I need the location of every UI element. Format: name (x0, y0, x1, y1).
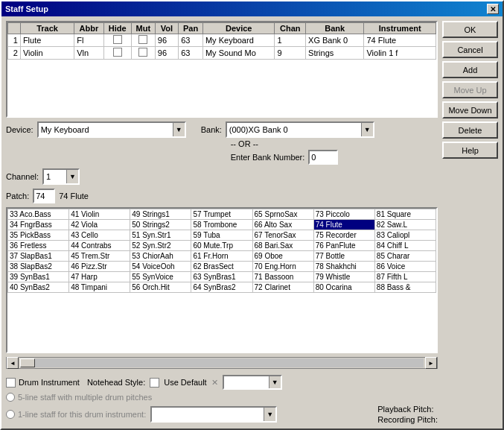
device-select[interactable]: My Keyboard ▼ (37, 121, 186, 138)
instrument-cell[interactable]: 66 Alto Sax (252, 220, 313, 230)
instrument-cell[interactable]: 41 Violin (69, 209, 130, 220)
radio-5line-circle[interactable] (6, 393, 15, 402)
scroll-left-btn[interactable]: ◄ (7, 357, 19, 369)
bank-number-input[interactable] (308, 150, 338, 165)
instrument-cell[interactable]: 73 Piccolo (313, 209, 374, 220)
row-chan: 1 (275, 34, 306, 47)
instrument-cell[interactable]: 33 Aco.Bass (8, 209, 69, 220)
instrument-cell[interactable]: 55 SynVoice (130, 272, 191, 282)
instrument-cell[interactable]: 42 Viola (69, 220, 130, 230)
bank-select[interactable]: (000)XG Bank 0 ▼ (226, 121, 374, 138)
instrument-cell[interactable]: 60 Mute.Trp (191, 241, 252, 251)
staff-setup-window: Staff Setup ✕ Track Abbr Hide Mut Vol (0, 0, 504, 430)
drum-instrument-dropdown-arrow[interactable]: ▼ (264, 408, 275, 421)
instrument-cell[interactable]: 40 SynBas2 (8, 282, 69, 293)
row-hide[interactable] (103, 47, 131, 60)
instrument-cell[interactable]: 67 TenorSax (252, 230, 313, 241)
instrument-cell[interactable]: 85 Charar (374, 251, 436, 262)
instrument-cell[interactable]: 44 Contrabs (69, 241, 130, 251)
instrument-cell[interactable]: 69 Oboe (252, 251, 313, 262)
instrument-cell[interactable]: 86 Voice (374, 262, 436, 272)
row-mut[interactable] (131, 47, 155, 60)
instrument-cell[interactable]: 57 Trumpet (191, 209, 252, 220)
instrument-cell[interactable]: 34 FngrBass (8, 220, 69, 230)
drum-instrument-checkbox[interactable] (6, 378, 16, 388)
bank-dropdown-arrow[interactable]: ▼ (361, 123, 373, 136)
horizontal-scrollbar[interactable]: ◄ ► (6, 357, 438, 369)
instrument-cell[interactable]: 53 ChiorAah (130, 251, 191, 262)
instrument-cell[interactable]: 37 SlapBas1 (8, 251, 69, 262)
row-pan: 63 (179, 34, 203, 47)
instrument-cell[interactable]: 81 Square (374, 209, 436, 220)
instrument-cell[interactable]: 84 Chiff L (374, 241, 436, 251)
drum-instrument-select[interactable]: ▼ (150, 406, 277, 423)
cancel-button[interactable]: Cancel (442, 41, 498, 58)
instrument-cell[interactable]: 83 Caliopl (374, 230, 436, 241)
instrument-cell[interactable]: 36 Fretless (8, 241, 69, 251)
patch-number-input[interactable] (33, 189, 55, 203)
channel-select[interactable]: 1 ▼ (42, 168, 80, 185)
instrument-cell[interactable]: 74 Flute (313, 220, 374, 230)
drum-instrument-label: Drum Instrument (19, 378, 80, 387)
delete-button[interactable]: Delete (442, 121, 498, 139)
row-vol: 96 (155, 47, 178, 60)
channel-dropdown-arrow[interactable]: ▼ (66, 170, 78, 183)
instrument-cell[interactable]: 80 Ocarina (313, 282, 374, 293)
radio-5line-option[interactable]: 5-line staff with multiple drum pitches (6, 393, 152, 402)
move-up-button[interactable]: Move Up (442, 81, 498, 98)
instrument-cell[interactable]: 75 Recorder (313, 230, 374, 241)
row-hide[interactable] (103, 34, 131, 47)
scroll-thumb[interactable] (20, 358, 35, 367)
instrument-cell[interactable]: 87 Fifth L (374, 272, 436, 282)
instrument-cell[interactable]: 39 SynBas1 (8, 272, 69, 282)
instrument-cell[interactable]: 35 PickBass (8, 230, 69, 241)
add-button[interactable]: Add (442, 61, 498, 78)
row-mut[interactable] (131, 34, 155, 47)
instrument-cell[interactable]: 48 Timpani (69, 282, 130, 293)
instrument-cell[interactable]: 45 Trem.Str (69, 251, 130, 262)
instrument-cell[interactable]: 38 SlapBas2 (8, 262, 69, 272)
ok-button[interactable]: OK (442, 21, 498, 38)
use-default-label: Use Default (164, 378, 206, 387)
instrument-cell[interactable]: 58 Trombone (191, 220, 252, 230)
instrument-cell[interactable]: 72 Clarinet (252, 282, 313, 293)
help-button[interactable]: Help (442, 142, 498, 159)
instrument-cell[interactable]: 88 Bass & (374, 282, 436, 293)
instrument-cell[interactable]: 46 Pizz.Str (69, 262, 130, 272)
radio-1line-option[interactable]: 1-line staff for this drum instrument: (6, 410, 146, 419)
notehead-style-select[interactable]: ▼ (223, 375, 282, 390)
table-row[interactable]: 2 Violin Vln 96 63 My Sound Mo 9 Strings… (8, 47, 436, 60)
instrument-cell[interactable]: 62 BrasSect (191, 262, 252, 272)
instrument-cell[interactable]: 82 Saw.L (374, 220, 436, 230)
radio-1line-circle[interactable] (6, 410, 15, 419)
close-button[interactable]: ✕ (487, 4, 499, 14)
instrument-cell[interactable]: 76 PanFlute (313, 241, 374, 251)
instrument-cell[interactable]: 43 Cello (69, 230, 130, 241)
notehead-dropdown-arrow[interactable]: ▼ (269, 376, 281, 388)
col-instrument: Instrument (364, 23, 436, 34)
device-dropdown-arrow[interactable]: ▼ (173, 123, 185, 136)
instrument-cell[interactable]: 51 Syn.Str1 (130, 230, 191, 241)
instrument-cell[interactable]: 78 Shakhchi (313, 262, 374, 272)
instrument-cell[interactable]: 65 SprnoSax (252, 209, 313, 220)
instrument-cell[interactable]: 71 Bassoon (252, 272, 313, 282)
instrument-cell[interactable]: 49 Strings1 (130, 209, 191, 220)
instrument-cell[interactable]: 79 Whistle (313, 272, 374, 282)
instrument-cell[interactable]: 70 Eng.Horn (252, 262, 313, 272)
table-row[interactable]: 1 Flute Fl 96 63 My Keyboard 1 XG Bank 0… (8, 34, 436, 47)
move-down-button[interactable]: Move Down (442, 101, 498, 118)
scroll-right-btn[interactable]: ► (425, 357, 437, 369)
instrument-cell[interactable]: 63 SynBras1 (191, 272, 252, 282)
instrument-cell[interactable]: 54 VoiceOoh (130, 262, 191, 272)
instrument-cell[interactable]: 52 Syn.Str2 (130, 241, 191, 251)
instrument-cell[interactable]: 68 Bari.Sax (252, 241, 313, 251)
instrument-cell[interactable]: 47 Harp (69, 272, 130, 282)
main-area: Track Abbr Hide Mut Vol Pan Device Chan … (6, 21, 438, 424)
instrument-cell[interactable]: 61 Fr.Horn (191, 251, 252, 262)
instrument-cell[interactable]: 59 Tuba (191, 230, 252, 241)
instrument-cell[interactable]: 50 Strings2 (130, 220, 191, 230)
instrument-cell[interactable]: 64 SynBras2 (191, 282, 252, 293)
instrument-cell[interactable]: 77 Bottle (313, 251, 374, 262)
use-default-checkbox[interactable] (150, 378, 159, 388)
instrument-cell[interactable]: 56 Orch.Hit (130, 282, 191, 293)
